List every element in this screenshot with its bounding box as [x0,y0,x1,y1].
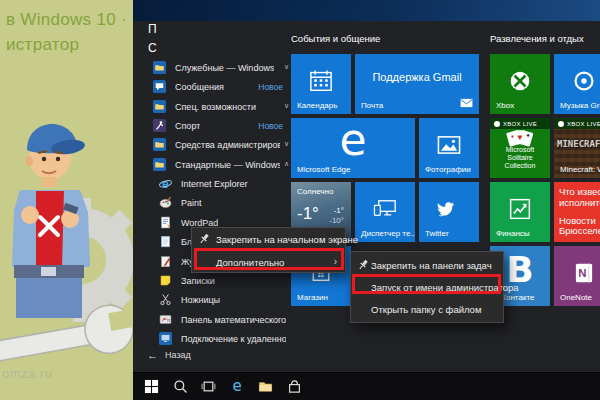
chevron-down-icon[interactable]: ∨ [284,140,289,148]
tile-calendar[interactable]: Календарь [291,54,351,114]
finance-icon [507,196,533,222]
app-list-item[interactable]: Записки [145,272,293,291]
tile-photos[interactable]: Фотографии [419,118,479,178]
app-list-item[interactable]: πПанель математического ввода [145,311,293,330]
folder-icon [152,157,167,172]
explorer-folder-icon [258,379,273,394]
calendar-icon [308,68,335,95]
tile-edge[interactable]: eMicrosoft Edge [291,118,415,178]
tile-minecraft[interactable]: XBOX LIVEMINECRAFTMinecraft: W... [554,118,600,178]
news-headline-line: исполните [559,197,600,208]
start-button[interactable] [139,374,163,398]
onenote-icon: N [571,260,597,286]
task-view-icon [201,379,216,394]
new-badge: Новое [258,82,283,92]
task-view-button[interactable] [196,374,220,398]
vk-icon: B [506,270,533,277]
math-input-icon: π [158,312,173,327]
new-badge: Новое [258,121,283,131]
xbox-live-badge: XBOX LIVE [490,118,550,129]
tile-label: Музыка Groove [560,101,600,110]
app-list-item-label: Подключение к удаленному р... [181,334,286,344]
file-explorer-button[interactable] [253,374,277,398]
app-list-item[interactable]: Спец. возможности∨ [145,98,293,117]
menu-item[interactable]: Закрепить на начальном экране [192,228,345,250]
tile-label: Microsoft Edge [297,165,350,174]
edge-browser-icon: e [232,379,241,394]
app-list-item[interactable]: Служебные — Windows∨ [145,59,293,78]
pin-icon [357,259,369,271]
svg-text:N: N [578,267,586,279]
app-list-item[interactable]: СообщенияНовое [145,78,293,97]
chevron-up-icon[interactable]: ∧ [284,160,289,168]
tile-solitaire[interactable]: XBOX LIVE♥♦♠Microsoft Solitaire Collecti… [490,118,550,178]
folder-icon [152,99,167,114]
menu-item-label: Закрепить на панели задач [371,260,492,271]
xbox-ball-icon [558,121,564,127]
menu-item[interactable]: Открыть папку с файлом [351,298,503,320]
devices-icon [372,197,399,222]
tile-finance[interactable]: Финансы [490,182,550,242]
folder-icon [152,137,167,152]
app-list-item-label: Стандартные — Windows [175,160,280,170]
news-headline-line: Что извест [559,186,600,197]
app-list-item[interactable]: Стандартные — Windows∧ [145,156,293,175]
tile-twitter[interactable]: Twitter [419,182,479,242]
tile-groove-music[interactable]: Музыка Groove [554,54,600,114]
search-button[interactable] [168,374,192,398]
back-button[interactable]: ← Назад [147,349,267,363]
tile-group-header: Развлечения и отдых [490,33,584,44]
app-list-item[interactable]: Ножницы [145,291,293,310]
tile-xbox[interactable]: Xbox [490,54,550,114]
tile-label: Microsoft Solitaire Collection [492,146,547,170]
store-bag-icon [287,379,302,394]
folder-icon [152,60,167,75]
tile-onenote[interactable]: NOneNote [554,246,600,306]
back-arrow-icon: ← [147,349,158,361]
tile-label: Xbox [496,101,514,110]
weather-temperature: -1° [297,204,319,224]
app-list-letter-header[interactable]: П [148,22,157,38]
groove-icon [571,68,598,95]
page-canvas: в Windows 10 · истратор [0,0,600,400]
chevron-down-icon[interactable]: ∨ [284,102,289,110]
weather-low: -10° [329,216,344,225]
internet-explorer-icon: e [158,176,173,191]
app-list-letter-header[interactable]: С [148,41,157,57]
app-list-item-label: Сообщения [175,82,224,92]
sports-icon [152,118,167,133]
windows-logo-icon [144,379,159,394]
tile-phone-companion[interactable]: Диспетчер те... [355,182,415,242]
tile-mail[interactable]: Поддержка GmailПочта [355,54,479,114]
tile-label: Minecraft: W... [560,165,600,174]
app-list-item[interactable]: Paint [145,194,293,213]
app-list-item[interactable]: eInternet Explorer [145,175,293,194]
minecraft-logo-text: MINECRAFT [557,139,600,149]
svg-text:♥: ♥ [517,132,522,142]
tile-news[interactable]: Что известисполнитеНовостиБрюсселе [554,182,600,242]
windows-screenshot: ПССлужебные — Windows∨СообщенияНовоеСпец… [133,0,600,400]
app-list-item[interactable]: СпортНовое [145,117,293,136]
chevron-down-icon[interactable]: ∨ [284,63,289,71]
weather-condition: Солнечно [297,187,333,196]
app-list-item-label: Спец. возможности [175,102,256,112]
menu-item-label: Закрепить на начальном экране [216,234,358,245]
notepad-icon [158,234,173,249]
svg-text:π: π [167,317,171,323]
article-title: в Windows 10 · истратор [6,8,127,57]
article-sidebar: в Windows 10 · истратор [0,0,133,400]
app-list-item-label: Ножницы [181,295,220,305]
tile-group-header: События и общение [291,33,380,44]
annotation-highlight-more [194,248,344,270]
annotation-highlight-run-as-admin [352,274,501,294]
news-headline-line: Брюсселе [559,225,600,236]
tile-label: Финансы [496,229,530,238]
watermark-text: omza.ru [2,366,52,381]
journal-icon [158,254,173,269]
store-taskbar-button[interactable] [282,374,306,398]
edge-taskbar-button[interactable]: e [225,374,249,398]
app-list-item[interactable]: Средства администрирован...∨ [145,136,293,155]
app-list-item[interactable]: Подключение к удаленному р... [145,330,293,349]
menu-item[interactable]: Закрепить на панели задач [351,254,503,276]
article-title-line2: истратор [6,33,127,58]
